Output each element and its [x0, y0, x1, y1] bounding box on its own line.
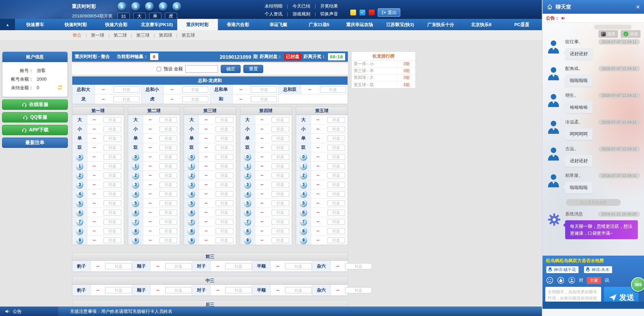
- bet-amount-input[interactable]: [104, 200, 121, 206]
- top-link[interactable]: 切换声音: [320, 11, 338, 17]
- bet-amount-input[interactable]: [165, 263, 192, 269]
- nav-tab-6[interactable]: 香港六合彩: [218, 19, 258, 30]
- bet-amount-input[interactable]: [216, 136, 233, 141]
- bet-amount-input[interactable]: [216, 117, 233, 123]
- bet-amount-input[interactable]: [104, 163, 121, 169]
- bet-amount-input[interactable]: [327, 117, 345, 123]
- bet-amount-input[interactable]: [216, 154, 233, 160]
- bet-amount-input[interactable]: [271, 117, 289, 123]
- bet-amount-input[interactable]: [216, 182, 233, 188]
- nav-tab-9[interactable]: 重庆幸运农场: [340, 19, 380, 30]
- red-packet-badge[interactable]: 365: [631, 277, 644, 292]
- bet-amount-input[interactable]: [271, 237, 289, 243]
- collapse-arrow-icon[interactable]: ▲: [0, 19, 15, 30]
- bet-amount-input[interactable]: [159, 126, 177, 132]
- bet-amount-input[interactable]: [159, 228, 177, 234]
- emoji-icon[interactable]: [546, 277, 554, 284]
- bet-amount-input[interactable]: [271, 136, 289, 141]
- bet-amount-input[interactable]: [216, 163, 233, 169]
- bet-amount-input[interactable]: [104, 228, 121, 234]
- subnav-item-3[interactable]: 第二球: [113, 32, 127, 38]
- bet-amount-input[interactable]: [327, 210, 345, 215]
- nav-tab-12[interactable]: 北京快乐8: [461, 19, 501, 30]
- bet-amount-input[interactable]: [271, 163, 289, 169]
- bet-amount-input[interactable]: [271, 126, 289, 132]
- subnav-item-6[interactable]: 第五球: [182, 32, 195, 38]
- nav-tab-13[interactable]: PC蛋蛋: [502, 19, 542, 30]
- top-link[interactable]: 个人资讯: [265, 11, 282, 17]
- bet-amount-input[interactable]: [113, 96, 139, 102]
- bet-amount-input[interactable]: [159, 154, 177, 160]
- latest-orders-button[interactable]: 最新注单: [2, 138, 68, 148]
- bet-amount-input[interactable]: [159, 191, 177, 197]
- refresh-balance-icon[interactable]: [57, 85, 63, 91]
- bet-amount-input[interactable]: [225, 263, 252, 269]
- bet-amount-input[interactable]: [327, 173, 345, 178]
- bet-amount-input[interactable]: [327, 145, 345, 151]
- service-button-1[interactable]: 在线客服: [2, 100, 68, 110]
- bet-amount-input[interactable]: [113, 86, 139, 93]
- bet-amount-input[interactable]: [159, 200, 177, 206]
- user-list-icon[interactable]: [568, 277, 575, 284]
- nav-tab-10[interactable]: 江苏骰宝(快3): [380, 19, 421, 30]
- preset-amount-input[interactable]: [185, 65, 218, 73]
- bet-amount-input[interactable]: [159, 173, 177, 178]
- clear-screen-button[interactable]: 清屏: [598, 30, 618, 38]
- bet-amount-input[interactable]: [216, 219, 233, 225]
- top-link[interactable]: 今天已结: [292, 3, 310, 9]
- bet-amount-input[interactable]: [105, 263, 132, 269]
- bet-amount-input[interactable]: [320, 86, 346, 93]
- bet-amount-input[interactable]: [159, 182, 177, 188]
- service-button-2[interactable]: QQ客服: [2, 112, 68, 122]
- confirm-button[interactable]: 确定: [221, 65, 241, 73]
- bet-amount-input[interactable]: [327, 219, 345, 225]
- bet-amount-input[interactable]: [327, 163, 345, 169]
- bet-amount-input[interactable]: [345, 287, 372, 293]
- subnav-item-5[interactable]: 第四球: [159, 32, 172, 38]
- bet-amount-input[interactable]: [345, 263, 372, 269]
- bet-amount-input[interactable]: [104, 182, 121, 188]
- bet-amount-input[interactable]: [159, 145, 177, 151]
- subnav-item-1[interactable]: 整合: [73, 32, 82, 38]
- bet-amount-input[interactable]: [216, 173, 233, 178]
- bet-amount-input[interactable]: [271, 210, 289, 215]
- bet-amount-input[interactable]: [271, 191, 289, 197]
- bet-amount-input[interactable]: [271, 219, 289, 225]
- top-link[interactable]: 游戏规则: [292, 11, 310, 17]
- bet-amount-input[interactable]: [104, 154, 121, 160]
- bet-amount-input[interactable]: [159, 163, 177, 169]
- nav-tab-8[interactable]: 广东11选5: [299, 19, 339, 30]
- bet-amount-input[interactable]: [327, 191, 345, 197]
- bet-amount-input[interactable]: [216, 210, 233, 215]
- bet-amount-input[interactable]: [251, 86, 277, 93]
- qq-service-button-1[interactable]: 神话-橘子花: [546, 266, 579, 273]
- qq-service-button-2[interactable]: 神话-木木: [584, 266, 612, 273]
- bet-amount-input[interactable]: [159, 117, 177, 123]
- bet-amount-input[interactable]: [327, 136, 345, 141]
- close-icon[interactable]: ×: [636, 3, 640, 10]
- top-link[interactable]: 开奖结果: [320, 3, 338, 9]
- bet-amount-input[interactable]: [105, 287, 132, 293]
- bet-amount-input[interactable]: [104, 210, 121, 215]
- bet-amount-input[interactable]: [216, 200, 233, 206]
- nav-tab-7[interactable]: 幸运飞艇: [258, 19, 299, 30]
- subnav-item-2[interactable]: 第一球: [91, 32, 104, 38]
- preset-checkbox[interactable]: [157, 67, 161, 71]
- bet-amount-input[interactable]: [285, 263, 312, 269]
- bet-amount-input[interactable]: [104, 117, 121, 123]
- bet-amount-input[interactable]: [182, 86, 208, 93]
- nav-tab-3[interactable]: 快速六合彩: [96, 19, 137, 30]
- nav-tab-5[interactable]: 重庆时时彩: [177, 19, 218, 30]
- bet-amount-input[interactable]: [104, 191, 121, 197]
- bet-amount-input[interactable]: [159, 136, 177, 141]
- bet-amount-input[interactable]: [327, 237, 345, 243]
- nav-tab-4[interactable]: 北京赛车(PK10): [137, 19, 177, 30]
- nav-tab-2[interactable]: 快速时时彩: [56, 19, 96, 30]
- bet-amount-input[interactable]: [251, 96, 277, 102]
- reset-button[interactable]: 重置: [243, 65, 263, 73]
- bet-amount-input[interactable]: [159, 237, 177, 243]
- bet-amount-input[interactable]: [271, 200, 289, 206]
- hot-topic-icon[interactable]: [557, 277, 564, 284]
- bet-amount-input[interactable]: [327, 228, 345, 234]
- checkbox-checked-icon[interactable]: ✓: [360, 10, 365, 15]
